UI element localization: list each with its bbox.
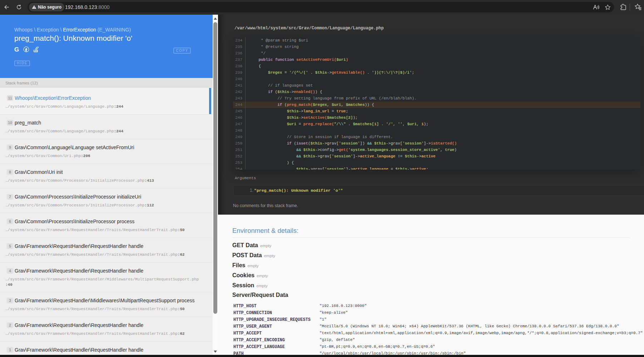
svg-text:G: G xyxy=(14,47,19,52)
